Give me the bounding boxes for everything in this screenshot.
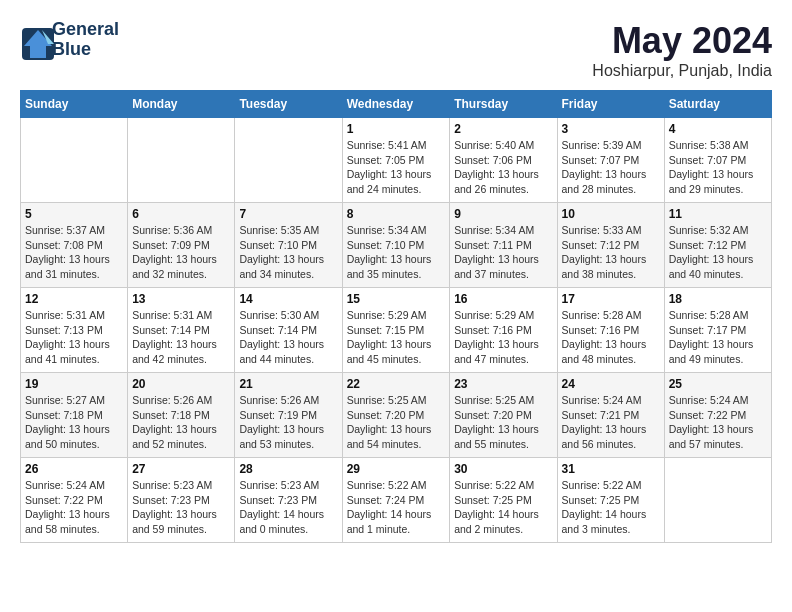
- day-info: Sunrise: 5:24 AMSunset: 7:22 PMDaylight:…: [669, 393, 767, 452]
- day-number: 20: [132, 377, 230, 391]
- day-number: 8: [347, 207, 446, 221]
- calendar-cell: 7Sunrise: 5:35 AMSunset: 7:10 PMDaylight…: [235, 203, 342, 288]
- day-info: Sunrise: 5:38 AMSunset: 7:07 PMDaylight:…: [669, 138, 767, 197]
- logo-text: General Blue: [52, 20, 119, 60]
- day-info: Sunrise: 5:22 AMSunset: 7:25 PMDaylight:…: [562, 478, 660, 537]
- day-number: 22: [347, 377, 446, 391]
- day-info: Sunrise: 5:31 AMSunset: 7:14 PMDaylight:…: [132, 308, 230, 367]
- calendar-table: SundayMondayTuesdayWednesdayThursdayFrid…: [20, 90, 772, 543]
- day-info: Sunrise: 5:25 AMSunset: 7:20 PMDaylight:…: [347, 393, 446, 452]
- day-number: 6: [132, 207, 230, 221]
- day-number: 14: [239, 292, 337, 306]
- title-area: May 2024 Hoshiarpur, Punjab, India: [592, 20, 772, 80]
- day-info: Sunrise: 5:36 AMSunset: 7:09 PMDaylight:…: [132, 223, 230, 282]
- day-info: Sunrise: 5:22 AMSunset: 7:25 PMDaylight:…: [454, 478, 552, 537]
- day-number: 15: [347, 292, 446, 306]
- day-info: Sunrise: 5:23 AMSunset: 7:23 PMDaylight:…: [239, 478, 337, 537]
- weekday-header: Thursday: [450, 91, 557, 118]
- day-info: Sunrise: 5:28 AMSunset: 7:17 PMDaylight:…: [669, 308, 767, 367]
- logo-icon: [20, 26, 48, 54]
- week-row: 26Sunrise: 5:24 AMSunset: 7:22 PMDayligh…: [21, 458, 772, 543]
- day-number: 27: [132, 462, 230, 476]
- day-info: Sunrise: 5:26 AMSunset: 7:18 PMDaylight:…: [132, 393, 230, 452]
- day-number: 13: [132, 292, 230, 306]
- day-info: Sunrise: 5:24 AMSunset: 7:21 PMDaylight:…: [562, 393, 660, 452]
- day-info: Sunrise: 5:34 AMSunset: 7:11 PMDaylight:…: [454, 223, 552, 282]
- day-info: Sunrise: 5:39 AMSunset: 7:07 PMDaylight:…: [562, 138, 660, 197]
- calendar-cell: 16Sunrise: 5:29 AMSunset: 7:16 PMDayligh…: [450, 288, 557, 373]
- calendar-cell: 11Sunrise: 5:32 AMSunset: 7:12 PMDayligh…: [664, 203, 771, 288]
- day-number: 1: [347, 122, 446, 136]
- day-info: Sunrise: 5:23 AMSunset: 7:23 PMDaylight:…: [132, 478, 230, 537]
- calendar-cell: 25Sunrise: 5:24 AMSunset: 7:22 PMDayligh…: [664, 373, 771, 458]
- weekday-header: Wednesday: [342, 91, 450, 118]
- weekday-header: Sunday: [21, 91, 128, 118]
- day-info: Sunrise: 5:32 AMSunset: 7:12 PMDaylight:…: [669, 223, 767, 282]
- weekday-header-row: SundayMondayTuesdayWednesdayThursdayFrid…: [21, 91, 772, 118]
- calendar-cell: 29Sunrise: 5:22 AMSunset: 7:24 PMDayligh…: [342, 458, 450, 543]
- calendar-cell: 1Sunrise: 5:41 AMSunset: 7:05 PMDaylight…: [342, 118, 450, 203]
- day-info: Sunrise: 5:24 AMSunset: 7:22 PMDaylight:…: [25, 478, 123, 537]
- calendar-cell: 4Sunrise: 5:38 AMSunset: 7:07 PMDaylight…: [664, 118, 771, 203]
- day-number: 12: [25, 292, 123, 306]
- weekday-header: Friday: [557, 91, 664, 118]
- day-number: 9: [454, 207, 552, 221]
- logo-line1: General: [52, 20, 119, 40]
- calendar-cell: 6Sunrise: 5:36 AMSunset: 7:09 PMDaylight…: [128, 203, 235, 288]
- day-number: 21: [239, 377, 337, 391]
- calendar-cell: 15Sunrise: 5:29 AMSunset: 7:15 PMDayligh…: [342, 288, 450, 373]
- day-number: 19: [25, 377, 123, 391]
- day-number: 18: [669, 292, 767, 306]
- calendar-cell: 3Sunrise: 5:39 AMSunset: 7:07 PMDaylight…: [557, 118, 664, 203]
- logo: General Blue: [20, 20, 119, 60]
- calendar-cell: 19Sunrise: 5:27 AMSunset: 7:18 PMDayligh…: [21, 373, 128, 458]
- day-number: 4: [669, 122, 767, 136]
- header: General Blue May 2024 Hoshiarpur, Punjab…: [20, 20, 772, 80]
- week-row: 19Sunrise: 5:27 AMSunset: 7:18 PMDayligh…: [21, 373, 772, 458]
- calendar-cell: 13Sunrise: 5:31 AMSunset: 7:14 PMDayligh…: [128, 288, 235, 373]
- day-number: 23: [454, 377, 552, 391]
- calendar-cell: 22Sunrise: 5:25 AMSunset: 7:20 PMDayligh…: [342, 373, 450, 458]
- calendar-cell: 17Sunrise: 5:28 AMSunset: 7:16 PMDayligh…: [557, 288, 664, 373]
- day-number: 10: [562, 207, 660, 221]
- calendar-cell: 5Sunrise: 5:37 AMSunset: 7:08 PMDaylight…: [21, 203, 128, 288]
- day-info: Sunrise: 5:33 AMSunset: 7:12 PMDaylight:…: [562, 223, 660, 282]
- day-number: 3: [562, 122, 660, 136]
- calendar-cell: 24Sunrise: 5:24 AMSunset: 7:21 PMDayligh…: [557, 373, 664, 458]
- day-number: 25: [669, 377, 767, 391]
- day-info: Sunrise: 5:25 AMSunset: 7:20 PMDaylight:…: [454, 393, 552, 452]
- calendar-cell: [664, 458, 771, 543]
- day-info: Sunrise: 5:35 AMSunset: 7:10 PMDaylight:…: [239, 223, 337, 282]
- day-info: Sunrise: 5:37 AMSunset: 7:08 PMDaylight:…: [25, 223, 123, 282]
- day-number: 28: [239, 462, 337, 476]
- day-info: Sunrise: 5:22 AMSunset: 7:24 PMDaylight:…: [347, 478, 446, 537]
- day-info: Sunrise: 5:26 AMSunset: 7:19 PMDaylight:…: [239, 393, 337, 452]
- calendar-cell: [235, 118, 342, 203]
- calendar-cell: 9Sunrise: 5:34 AMSunset: 7:11 PMDaylight…: [450, 203, 557, 288]
- day-info: Sunrise: 5:40 AMSunset: 7:06 PMDaylight:…: [454, 138, 552, 197]
- day-number: 24: [562, 377, 660, 391]
- calendar-cell: 18Sunrise: 5:28 AMSunset: 7:17 PMDayligh…: [664, 288, 771, 373]
- day-number: 16: [454, 292, 552, 306]
- calendar-cell: 28Sunrise: 5:23 AMSunset: 7:23 PMDayligh…: [235, 458, 342, 543]
- weekday-header: Monday: [128, 91, 235, 118]
- calendar-cell: 27Sunrise: 5:23 AMSunset: 7:23 PMDayligh…: [128, 458, 235, 543]
- calendar-cell: 2Sunrise: 5:40 AMSunset: 7:06 PMDaylight…: [450, 118, 557, 203]
- calendar-cell: 30Sunrise: 5:22 AMSunset: 7:25 PMDayligh…: [450, 458, 557, 543]
- calendar-cell: [128, 118, 235, 203]
- day-number: 17: [562, 292, 660, 306]
- day-number: 31: [562, 462, 660, 476]
- calendar-cell: 8Sunrise: 5:34 AMSunset: 7:10 PMDaylight…: [342, 203, 450, 288]
- calendar-cell: 31Sunrise: 5:22 AMSunset: 7:25 PMDayligh…: [557, 458, 664, 543]
- calendar-cell: 20Sunrise: 5:26 AMSunset: 7:18 PMDayligh…: [128, 373, 235, 458]
- day-number: 2: [454, 122, 552, 136]
- calendar-cell: 23Sunrise: 5:25 AMSunset: 7:20 PMDayligh…: [450, 373, 557, 458]
- week-row: 12Sunrise: 5:31 AMSunset: 7:13 PMDayligh…: [21, 288, 772, 373]
- day-number: 11: [669, 207, 767, 221]
- day-info: Sunrise: 5:34 AMSunset: 7:10 PMDaylight:…: [347, 223, 446, 282]
- weekday-header: Saturday: [664, 91, 771, 118]
- day-info: Sunrise: 5:30 AMSunset: 7:14 PMDaylight:…: [239, 308, 337, 367]
- calendar-cell: [21, 118, 128, 203]
- day-info: Sunrise: 5:31 AMSunset: 7:13 PMDaylight:…: [25, 308, 123, 367]
- page-title: May 2024: [592, 20, 772, 62]
